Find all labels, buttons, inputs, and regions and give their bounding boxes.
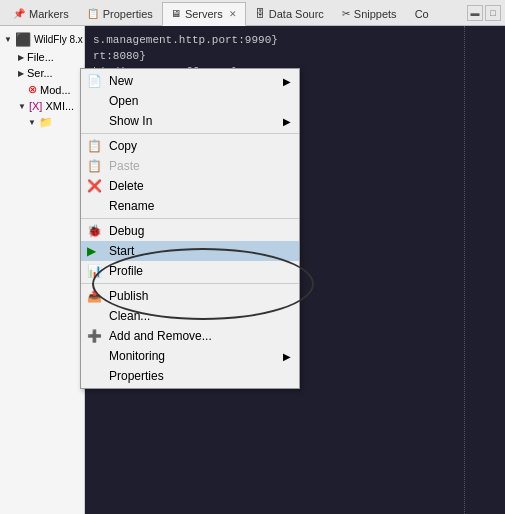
monitoring-arrow: ▶	[283, 351, 291, 362]
tab-datasource[interactable]: 🗄 Data Sourc	[246, 2, 333, 26]
menu-item-clean[interactable]: Clean...	[81, 306, 299, 326]
ide-window: 📌 Markers 📋 Properties 🖥 Servers ✕ 🗄 Dat…	[0, 0, 505, 514]
tab-markers-label: Markers	[29, 8, 69, 20]
tree-arrow-ser: ▶	[18, 69, 24, 78]
menu-item-addremove-label: Add and Remove...	[109, 329, 212, 343]
separator-1	[81, 133, 299, 134]
menu-item-rename-label: Rename	[109, 199, 154, 213]
tree-item-xmi[interactable]: ▼ [X] XMI...	[0, 98, 84, 114]
menu-item-copy-label: Copy	[109, 139, 137, 153]
separator-3	[81, 283, 299, 284]
menu-item-debug[interactable]: 🐞 Debug	[81, 221, 299, 241]
menu-item-profile-label: Profile	[109, 264, 143, 278]
snippets-icon: ✂	[342, 8, 350, 19]
menu-item-profile[interactable]: 📊 Profile	[81, 261, 299, 281]
menu-item-publish[interactable]: 📤 Publish	[81, 286, 299, 306]
menu-item-delete[interactable]: ❌ Delete	[81, 176, 299, 196]
publish-icon: 📤	[87, 289, 102, 303]
tree-item-mod-label: Mod...	[40, 84, 71, 96]
maximize-button[interactable]: □	[485, 5, 501, 21]
separator-2	[81, 218, 299, 219]
menu-item-properties[interactable]: Properties	[81, 366, 299, 386]
editor-line-2: rt:8080}	[93, 48, 497, 64]
tree-item-sub[interactable]: ▼ 📁	[0, 114, 84, 131]
tab-co[interactable]: Co	[406, 2, 438, 26]
menu-item-open[interactable]: Open	[81, 91, 299, 111]
datasource-icon: 🗄	[255, 8, 265, 19]
menu-item-new[interactable]: 📄 New ▶	[81, 71, 299, 91]
tab-properties[interactable]: 📋 Properties	[78, 2, 162, 26]
tree-item-file[interactable]: ▶ File...	[0, 49, 84, 65]
editor-guide-line	[464, 26, 465, 514]
menu-item-paste-label: Paste	[109, 159, 140, 173]
copy-icon: 📋	[87, 139, 102, 153]
tab-snippets-label: Snippets	[354, 8, 397, 20]
tree-item-mod[interactable]: ⊗ Mod...	[0, 81, 84, 98]
profile-icon: 📊	[87, 264, 102, 278]
context-menu: 📄 New ▶ Open Show In ▶ 📋 Copy 📋 Paste ❌ …	[80, 68, 300, 389]
menu-item-properties-label: Properties	[109, 369, 164, 383]
menu-item-start-label: Start	[109, 244, 134, 258]
menu-item-publish-label: Publish	[109, 289, 148, 303]
menu-item-new-label: New	[109, 74, 133, 88]
tree-root-label: WildFly 8.x [Stopped]	[34, 34, 85, 45]
menu-item-monitoring-label: Monitoring	[109, 349, 165, 363]
paste-icon: 📋	[87, 159, 102, 173]
tree-arrow-root: ▼	[4, 35, 12, 44]
menu-item-addremove[interactable]: ➕ Add and Remove...	[81, 326, 299, 346]
menu-item-rename[interactable]: Rename	[81, 196, 299, 216]
servers-icon: 🖥	[171, 8, 181, 19]
tree-arrow-file: ▶	[18, 53, 24, 62]
menu-item-copy[interactable]: 📋 Copy	[81, 136, 299, 156]
showin-arrow: ▶	[283, 116, 291, 127]
menu-item-showin-label: Show In	[109, 114, 152, 128]
start-icon: ▶	[87, 244, 96, 258]
tree-arrow-sub: ▼	[28, 118, 36, 127]
tab-co-label: Co	[415, 8, 429, 20]
menu-item-open-label: Open	[109, 94, 138, 108]
delete-icon: ❌	[87, 179, 102, 193]
new-arrow: ▶	[283, 76, 291, 87]
server-icon: ⬛	[15, 32, 31, 47]
xml-icon: [X]	[29, 100, 42, 112]
tree-arrow-xmi: ▼	[18, 102, 26, 111]
tree-root[interactable]: ▼ ⬛ WildFly 8.x [Stopped]	[0, 30, 84, 49]
tab-servers-label: Servers	[185, 8, 223, 20]
menu-item-monitoring[interactable]: Monitoring ▶	[81, 346, 299, 366]
minimize-button[interactable]: ▬	[467, 5, 483, 21]
new-icon: 📄	[87, 74, 102, 88]
tab-servers-close[interactable]: ✕	[229, 9, 237, 19]
properties-icon: 📋	[87, 8, 99, 19]
tree-item-ser-label: Ser...	[27, 67, 53, 79]
debug-icon: 🐞	[87, 224, 102, 238]
tab-servers[interactable]: 🖥 Servers ✕	[162, 2, 246, 26]
editor-line-1: s.management.http.port:9990}	[93, 32, 497, 48]
tree-item-ser[interactable]: ▶ Ser...	[0, 65, 84, 81]
tree-item-xmi-label: XMI...	[45, 100, 74, 112]
markers-icon: 📌	[13, 8, 25, 19]
menu-item-clean-label: Clean...	[109, 309, 150, 323]
menu-item-debug-label: Debug	[109, 224, 144, 238]
error-icon: ⊗	[28, 83, 37, 96]
menu-item-showin[interactable]: Show In ▶	[81, 111, 299, 131]
menu-item-delete-label: Delete	[109, 179, 144, 193]
tab-datasource-label: Data Sourc	[269, 8, 324, 20]
tab-markers[interactable]: 📌 Markers	[4, 2, 78, 26]
menu-item-start[interactable]: ▶ Start	[81, 241, 299, 261]
folder-icon: 📁	[39, 116, 53, 129]
menu-item-paste[interactable]: 📋 Paste	[81, 156, 299, 176]
addremove-icon: ➕	[87, 329, 102, 343]
tab-snippets[interactable]: ✂ Snippets	[333, 2, 406, 26]
tree-item-file-label: File...	[27, 51, 54, 63]
tab-properties-label: Properties	[103, 8, 153, 20]
server-explorer-panel: ▼ ⬛ WildFly 8.x [Stopped] ▶ File... ▶ Se…	[0, 26, 85, 514]
tab-bar: 📌 Markers 📋 Properties 🖥 Servers ✕ 🗄 Dat…	[0, 0, 505, 26]
